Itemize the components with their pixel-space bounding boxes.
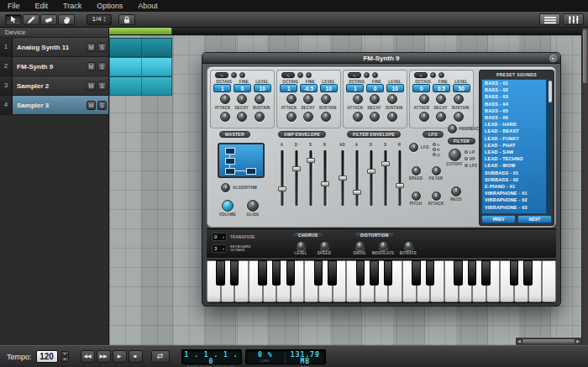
solo-button[interactable]: S bbox=[97, 62, 107, 71]
op-octave-value[interactable]: 1 bbox=[280, 84, 297, 92]
envelope-slider[interactable] bbox=[381, 149, 391, 207]
clip[interactable] bbox=[109, 76, 172, 96]
track-row-selected[interactable]: 4 Sampler 3 M S bbox=[0, 96, 108, 115]
op-level-value[interactable]: 10 bbox=[320, 84, 338, 92]
op-attack-knob[interactable] bbox=[220, 112, 230, 122]
lfo-tab[interactable]: LFO bbox=[423, 131, 444, 138]
preset-item[interactable]: VIBRAPHONE - 03 bbox=[482, 204, 546, 211]
slider-handle[interactable] bbox=[321, 181, 329, 186]
piano-black-key[interactable] bbox=[426, 260, 434, 286]
preset-item[interactable]: BASS - 05 bbox=[482, 107, 546, 114]
op-mini-knob[interactable] bbox=[372, 72, 378, 78]
op-wave-selector[interactable]: ∿ bbox=[281, 72, 295, 78]
track-row[interactable]: 2 FM-Synth 9 M S bbox=[0, 57, 108, 76]
op-fine-value[interactable]: 0 bbox=[366, 84, 384, 92]
vertical-scrollbar-thumb[interactable] bbox=[583, 29, 587, 83]
op-decay-knob[interactable] bbox=[436, 112, 446, 122]
piano-black-key[interactable] bbox=[468, 260, 476, 286]
slider-handle[interactable] bbox=[278, 186, 286, 191]
slider-handle[interactable] bbox=[353, 190, 361, 195]
op-decay-knob[interactable] bbox=[303, 112, 313, 122]
filter-tab[interactable]: FILTER bbox=[448, 138, 475, 144]
prev-preset-button[interactable]: PREV bbox=[481, 215, 516, 223]
op-decay-knob[interactable] bbox=[370, 112, 380, 122]
op-attack-knob[interactable] bbox=[286, 112, 297, 122]
distortion-tab[interactable]: DISTORTION bbox=[354, 232, 395, 239]
tempo-down-button[interactable]: ▼ bbox=[61, 357, 69, 362]
filter-envelope-tab[interactable]: FILTER ENVELOPE bbox=[347, 131, 401, 138]
preset-item[interactable]: E-PIANO - 01 bbox=[482, 183, 546, 190]
op-mini-knob[interactable] bbox=[239, 72, 245, 78]
preset-list[interactable]: BASS - 01BASS - 02BASS - 03BASS - 04BASS… bbox=[481, 79, 547, 214]
op-fine-knob[interactable] bbox=[370, 94, 380, 104]
lfo-wave-option[interactable]: ⋀ bbox=[433, 152, 440, 157]
track-row[interactable]: 3 Sampler 2 M S bbox=[0, 76, 108, 96]
mute-button[interactable]: M bbox=[87, 43, 96, 52]
op-wave-selector[interactable]: ∿ bbox=[414, 72, 428, 78]
op-octave-value[interactable]: 1 bbox=[346, 84, 364, 92]
preset-item[interactable]: SUBBASS - 01 bbox=[482, 170, 546, 176]
op-mini-knob[interactable] bbox=[297, 72, 303, 78]
lfo-knob[interactable] bbox=[409, 143, 418, 152]
solo-button[interactable]: S bbox=[97, 43, 107, 52]
preset-item[interactable]: VIBRAPHONE - 01 bbox=[482, 190, 546, 197]
mute-button[interactable]: M bbox=[87, 101, 96, 110]
piano-black-key[interactable] bbox=[356, 260, 365, 286]
preset-item[interactable]: LEAD - TECHNO bbox=[482, 155, 546, 162]
arrange-view-button[interactable] bbox=[539, 13, 560, 25]
vertical-scrollbar[interactable] bbox=[581, 28, 588, 345]
chorus-level-knob[interactable] bbox=[297, 241, 306, 250]
op-fine-value[interactable]: 0.5 bbox=[433, 84, 450, 92]
op-attack-knob[interactable] bbox=[353, 112, 363, 122]
op-octave-knob[interactable] bbox=[353, 94, 363, 104]
piano-white-key[interactable] bbox=[542, 260, 556, 302]
piano-black-key[interactable] bbox=[481, 260, 490, 286]
chorus-tab[interactable]: CHORUS bbox=[292, 232, 323, 239]
transpose-select[interactable]: 0 ▾ bbox=[212, 233, 227, 241]
op-octave-value[interactable]: 1 bbox=[213, 84, 231, 92]
horizontal-scrollbar-thumb[interactable] bbox=[522, 339, 575, 343]
menu-item[interactable]: Edit bbox=[28, 0, 56, 12]
scroll-right-icon[interactable]: ▶ bbox=[576, 338, 580, 345]
filter-mode-option[interactable]: HP bbox=[465, 155, 477, 162]
lock-button[interactable] bbox=[118, 14, 135, 25]
mixer-view-button[interactable] bbox=[563, 13, 584, 25]
slider-handle[interactable] bbox=[339, 176, 347, 181]
menu-item[interactable]: Track bbox=[55, 0, 89, 12]
op-octave-knob[interactable] bbox=[286, 94, 297, 104]
clip[interactable] bbox=[109, 57, 172, 76]
op-octave-value[interactable]: 0 bbox=[412, 84, 430, 92]
op-wave-selector[interactable]: ∿ bbox=[348, 72, 361, 78]
op-mini-knob[interactable] bbox=[438, 72, 444, 78]
op-mini-knob[interactable] bbox=[306, 72, 312, 78]
envelope-slider[interactable] bbox=[352, 149, 362, 207]
piano-black-key[interactable] bbox=[216, 260, 224, 286]
op-sustain-knob[interactable] bbox=[321, 112, 331, 122]
piano-black-key[interactable] bbox=[384, 260, 392, 286]
cutoff-knob[interactable] bbox=[449, 149, 461, 161]
preset-scrollbar-thumb[interactable] bbox=[549, 81, 552, 102]
op-octave-knob[interactable] bbox=[220, 94, 230, 104]
envelope-slider[interactable] bbox=[320, 149, 330, 207]
preset-item[interactable]: LEAD - WOW bbox=[482, 162, 546, 169]
menu-item[interactable]: About bbox=[130, 0, 165, 12]
op-level-knob[interactable] bbox=[255, 94, 265, 104]
solo-button[interactable]: S bbox=[97, 81, 107, 91]
algorithm-display[interactable] bbox=[218, 143, 265, 178]
piano-black-key[interactable] bbox=[523, 260, 532, 286]
preset-item[interactable]: LEAD - BEAST bbox=[482, 128, 546, 134]
tempo-up-button[interactable]: ▲ bbox=[61, 351, 69, 356]
op-level-value[interactable]: 10 bbox=[254, 84, 271, 92]
lfo-filter-knob[interactable] bbox=[432, 166, 441, 176]
keyboard-octave-select[interactable]: 3 ▾ bbox=[212, 244, 227, 253]
feedback-knob[interactable] bbox=[448, 124, 457, 134]
tempo-display[interactable]: 120 bbox=[36, 350, 58, 363]
modulate-knob[interactable] bbox=[379, 241, 388, 250]
piano-black-key[interactable] bbox=[286, 260, 295, 286]
amp-envelope-tab[interactable]: AMP ENVELOPE bbox=[278, 131, 326, 138]
piano-black-key[interactable] bbox=[258, 260, 266, 286]
transport-button[interactable]: ◀◀ bbox=[81, 350, 95, 363]
piano-black-key[interactable] bbox=[370, 260, 378, 286]
envelope-slider[interactable] bbox=[291, 149, 302, 207]
preset-item[interactable]: BASS - 04 bbox=[482, 101, 546, 107]
